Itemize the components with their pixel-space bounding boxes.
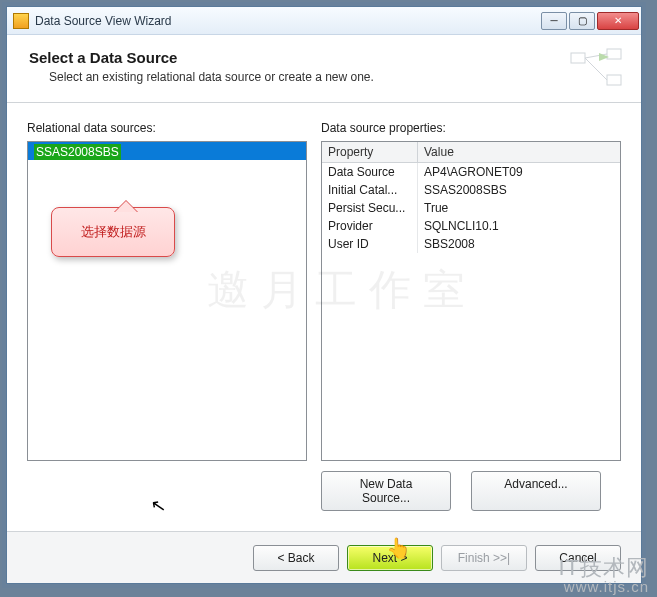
data-sources-listbox[interactable]: SSAS2008SBS <box>27 141 307 461</box>
table-row: Persist Secu... True <box>322 199 620 217</box>
properties-label: Data source properties: <box>321 121 621 135</box>
left-column: Relational data sources: SSAS2008SBS <box>27 121 307 511</box>
svg-rect-1 <box>607 49 621 59</box>
window-buttons: ─ ▢ ✕ <box>541 12 639 30</box>
window-title: Data Source View Wizard <box>35 14 541 28</box>
minimize-button[interactable]: ─ <box>541 12 567 30</box>
annotation-callout: 选择数据源 <box>51 207 175 257</box>
page-title: Select a Data Source <box>29 49 621 66</box>
next-button[interactable]: Next > <box>347 545 433 571</box>
wizard-header: Select a Data Source Select an existing … <box>7 35 641 103</box>
wizard-body: Relational data sources: SSAS2008SBS Dat… <box>7 103 641 523</box>
action-buttons: New Data Source... Advanced... <box>321 461 621 511</box>
table-row: User ID SBS2008 <box>322 235 620 253</box>
svg-rect-2 <box>607 75 621 85</box>
header-property: Property <box>322 142 418 162</box>
list-item-label: SSAS2008SBS <box>34 144 121 160</box>
property-rows: Data Source AP4\AGRONET09 Initial Catal.… <box>322 163 620 460</box>
right-column: Data source properties: Property Value D… <box>321 121 621 511</box>
titlebar: Data Source View Wizard ─ ▢ ✕ <box>7 7 641 35</box>
header-decoration-icon <box>569 47 625 91</box>
svg-rect-0 <box>571 53 585 63</box>
property-grid[interactable]: Property Value Data Source AP4\AGRONET09… <box>321 141 621 461</box>
header-value: Value <box>418 142 460 162</box>
list-item[interactable]: SSAS2008SBS <box>28 142 306 160</box>
data-sources-label: Relational data sources: <box>27 121 307 135</box>
table-row: Provider SQLNCLI10.1 <box>322 217 620 235</box>
page-subtitle: Select an existing relational data sourc… <box>49 70 621 84</box>
cancel-button[interactable]: Cancel <box>535 545 621 571</box>
advanced-button[interactable]: Advanced... <box>471 471 601 511</box>
new-data-source-button[interactable]: New Data Source... <box>321 471 451 511</box>
maximize-button[interactable]: ▢ <box>569 12 595 30</box>
finish-button: Finish >>| <box>441 545 527 571</box>
table-row: Initial Catal... SSAS2008SBS <box>322 181 620 199</box>
callout-text: 选择数据源 <box>81 223 146 241</box>
wizard-window: Data Source View Wizard ─ ▢ ✕ Select a D… <box>6 6 642 584</box>
close-button[interactable]: ✕ <box>597 12 639 30</box>
svg-line-4 <box>585 58 607 80</box>
table-row: Data Source AP4\AGRONET09 <box>322 163 620 181</box>
wizard-footer: < Back Next > Finish >>| Cancel <box>7 531 641 583</box>
property-grid-header: Property Value <box>322 142 620 163</box>
app-icon <box>13 13 29 29</box>
back-button[interactable]: < Back <box>253 545 339 571</box>
